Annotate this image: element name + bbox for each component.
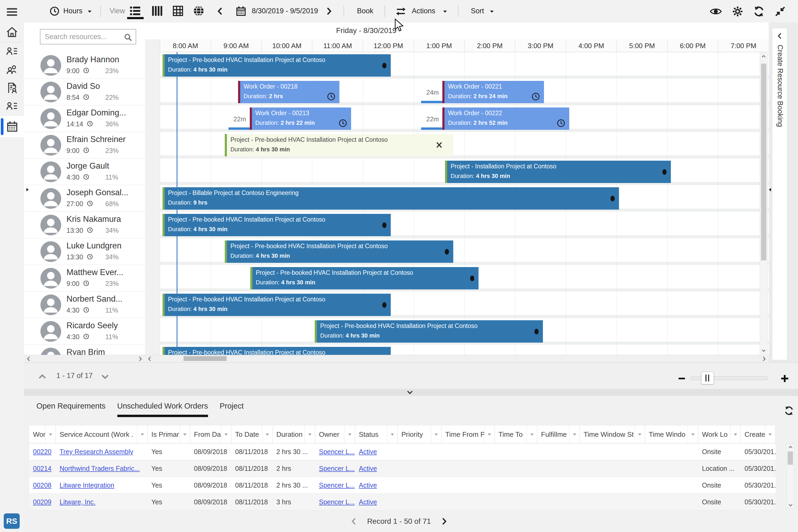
list-view-icon[interactable] (129, 5, 141, 17)
resource-row[interactable]: Jorge Gault4:3011% (24, 158, 145, 185)
booking-bar[interactable]: Work Order - 00222Duration: 2 hrs 52 min (442, 108, 569, 130)
grid-refresh-icon[interactable] (784, 405, 794, 416)
search-icon[interactable] (124, 33, 132, 42)
expand-panel-chevron-icon[interactable] (776, 33, 783, 39)
booking-bar[interactable]: Project - Billable Project at Contoso En… (163, 187, 619, 210)
vscroll-thumb[interactable] (761, 63, 766, 261)
cell-link[interactable]: Spencer L... (319, 465, 355, 472)
work-order-row[interactable]: 00208Litware IntegrationYes08/09/201808/… (29, 477, 776, 494)
cell-link[interactable]: Litware, Inc. (60, 498, 95, 506)
work-order-row[interactable]: 00214Northwind Traders Fabric...Yes08/09… (29, 460, 776, 477)
column-filter-button[interactable] (179, 425, 190, 443)
cell-link[interactable]: Trey Research Assembly (60, 448, 133, 455)
cell-link[interactable]: 00209 (33, 498, 52, 506)
next-page-chevron-icon[interactable] (440, 517, 448, 525)
resource-row[interactable]: Norbert Sand...4:3011% (24, 291, 145, 318)
booking-bar[interactable]: Project - Pre-booked HVAC Installation P… (163, 54, 391, 77)
previous-date-chevron-icon[interactable] (216, 7, 225, 15)
work-order-row[interactable]: 00209Litware, Inc.Yes08/09/201808/11/201… (29, 494, 776, 510)
resource-hscrollbar[interactable] (24, 355, 145, 362)
scroll-up-icon[interactable] (761, 54, 766, 59)
sort-button[interactable]: Sort (471, 7, 484, 15)
booking-bar[interactable]: Project - Pre-booked HVAC Installation P… (225, 134, 453, 156)
map-view-globe-icon[interactable] (193, 5, 205, 17)
booking-bar[interactable]: Project - Pre-booked HVAC Installation P… (225, 241, 453, 263)
column-filter-button[interactable] (730, 425, 741, 443)
resource-page-up-icon[interactable] (38, 372, 47, 381)
resource-row[interactable]: Ryan Brim (24, 345, 145, 355)
resource-panel-expander-icon[interactable] (24, 186, 30, 193)
cell-link[interactable]: Spencer L... (319, 481, 355, 489)
column-filter-button[interactable] (484, 425, 494, 443)
resource-row[interactable]: Ricardo Seely4:3011% (24, 318, 145, 345)
hamburger-menu-icon[interactable] (6, 6, 18, 18)
scroll-left-icon[interactable] (26, 356, 32, 361)
zoom-in-plus-icon[interactable] (779, 373, 790, 384)
next-date-chevron-icon[interactable] (324, 7, 333, 15)
resource-row[interactable]: Luke Lundgren13:3034% (24, 238, 145, 265)
booking-panel-expander-icon[interactable] (767, 186, 773, 193)
column-filter-button[interactable] (387, 425, 397, 443)
actions-caret-icon[interactable] (442, 8, 448, 14)
booking-bar[interactable]: Work Order - 00218Duration: 2 hrs (238, 81, 340, 103)
resources-contacts-icon[interactable] (6, 45, 18, 57)
resource-row[interactable]: David So8:5422% (24, 79, 145, 105)
cell-link[interactable]: Litware Integration (60, 481, 114, 489)
grid-vscrollbar[interactable] (786, 444, 794, 509)
column-filter-button[interactable] (137, 425, 147, 443)
resource-row[interactable]: Efrain Schreiner9:0023% (24, 132, 145, 158)
tab-open-requirements[interactable]: Open Requirements (36, 402, 106, 417)
scroll-left-icon[interactable] (147, 356, 152, 361)
cell-link[interactable]: Spencer L... (319, 448, 355, 455)
schedule-hscrollbar[interactable] (145, 355, 769, 363)
scroll-down-icon[interactable] (788, 503, 793, 508)
resource-row[interactable]: Matthew Ever...9:0023% (24, 265, 145, 291)
calendar-picker-icon[interactable] (235, 5, 247, 17)
column-view-icon[interactable] (151, 5, 163, 17)
visibility-eye-icon[interactable] (710, 5, 722, 18)
date-range[interactable]: 8/30/2019 - 9/5/2019 (251, 7, 318, 15)
column-filter-button[interactable] (305, 425, 315, 443)
create-resource-booking-tab[interactable]: Create Resource Booking (772, 28, 787, 360)
collapse-bottom-panel-chevron-icon[interactable] (406, 389, 413, 396)
vscroll-thumb[interactable] (787, 451, 793, 465)
column-filter-button[interactable] (431, 425, 441, 443)
scroll-down-icon[interactable] (761, 348, 766, 353)
hours-caret-icon[interactable] (87, 8, 93, 14)
zoom-slider-handle[interactable] (701, 372, 714, 384)
tab-unscheduled-work-orders[interactable]: Unscheduled Work Orders (117, 402, 208, 417)
booking-bar[interactable]: Project - Installation Project at Contos… (445, 161, 671, 183)
schedule-board-calendar-icon[interactable] (6, 120, 19, 133)
scroll-right-icon[interactable] (761, 356, 766, 361)
resource-row[interactable]: Joseph Gonsal...27:0068% (24, 185, 145, 212)
column-filter-button[interactable] (527, 425, 537, 443)
column-filter-button[interactable] (45, 425, 56, 443)
hscroll-thumb[interactable] (184, 356, 227, 361)
actions-button[interactable]: Actions (412, 7, 435, 15)
tab-project[interactable]: Project (220, 402, 244, 417)
booking-bar[interactable]: Work Order - 00213Duration: 2 hrs 22 min (250, 108, 352, 130)
resource-list-icon[interactable] (6, 100, 18, 112)
refresh-icon[interactable] (753, 5, 765, 18)
work-order-row[interactable]: 00220Trey Research AssemblyYes08/09/2018… (29, 443, 776, 460)
zoom-out-minus-icon[interactable] (677, 374, 687, 383)
book-button[interactable]: Book (357, 7, 374, 15)
settings-gear-icon[interactable] (732, 5, 744, 18)
cell-link[interactable]: Active (359, 465, 377, 472)
schedule-grid[interactable]: Project - Pre-booked HVAC Installation P… (145, 52, 769, 355)
cell-link[interactable]: 00214 (33, 465, 52, 472)
column-filter-button[interactable] (569, 425, 580, 443)
booking-bar[interactable]: Project - Pre-booked HVAC Installation P… (250, 267, 478, 289)
booking-bar[interactable]: Project - Pre-booked HVAC Installation P… (163, 347, 391, 355)
collapse-fullscreen-icon[interactable] (774, 5, 786, 18)
user-avatar-badge[interactable]: RS (4, 513, 20, 529)
booking-bar[interactable]: Work Order - 00221Duration: 2 hrs 24 min (442, 81, 544, 103)
hours-clock-icon[interactable] (49, 6, 60, 17)
previous-page-chevron-icon[interactable] (350, 517, 358, 525)
resource-row[interactable]: Brady Hannon9:0023% (24, 52, 145, 79)
sort-caret-icon[interactable] (489, 8, 495, 14)
booking-bar[interactable]: Project - Pre-booked HVAC Installation P… (315, 320, 543, 343)
search-resources-input[interactable] (44, 31, 122, 43)
column-filter-button[interactable] (344, 425, 355, 443)
resource-row[interactable]: Kris Nakamura13:3034% (24, 212, 145, 238)
